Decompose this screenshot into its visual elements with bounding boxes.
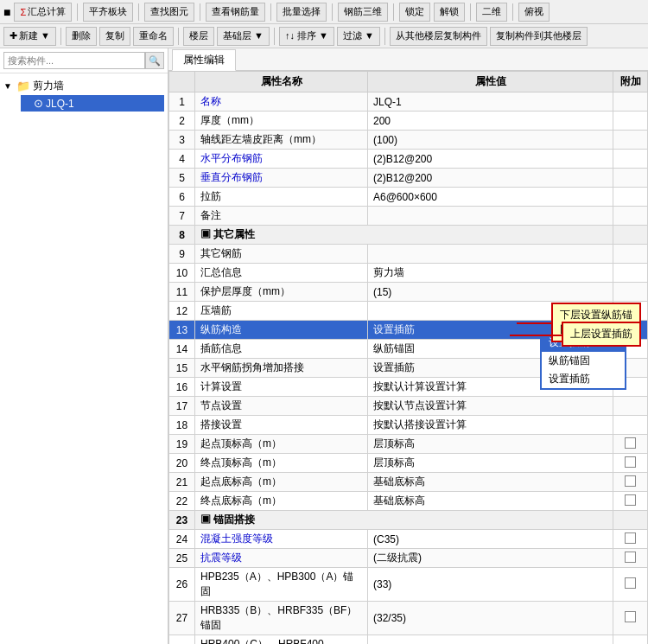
toolbar-view-rebar[interactable]: 查看钢筋量 bbox=[206, 3, 265, 22]
row-add[interactable] bbox=[613, 435, 648, 454]
row-prop-name: 拉筋 bbox=[195, 188, 368, 207]
tree-root-item[interactable]: ▼ 📁 剪力墙 bbox=[3, 77, 164, 95]
row-prop-name: 纵筋构造 bbox=[195, 321, 368, 340]
toolbar-unlock[interactable]: 解锁 bbox=[434, 3, 465, 22]
row-prop-name: 汇总信息 bbox=[195, 264, 368, 283]
row-add bbox=[613, 397, 648, 416]
left-panel: 🔍 ▼ 📁 剪力墙 ⊙ JLQ-1 bbox=[0, 48, 168, 644]
row-prop-value: 基础底标高 bbox=[368, 473, 613, 492]
prop-checkbox[interactable] bbox=[625, 437, 636, 449]
prop-checkbox[interactable] bbox=[625, 456, 636, 468]
row-add[interactable] bbox=[613, 602, 648, 635]
tab-properties[interactable]: 属性编辑 bbox=[172, 49, 236, 71]
prop-name-text: 压墙筋 bbox=[200, 304, 232, 316]
row-num: 4 bbox=[169, 150, 195, 169]
row-num: 25 bbox=[169, 549, 195, 568]
toolbar-find[interactable]: 查找图元 bbox=[144, 3, 194, 22]
col-header-num bbox=[169, 72, 195, 92]
toolbar-rename[interactable]: 重命名 bbox=[133, 27, 174, 46]
row-add[interactable] bbox=[613, 568, 648, 602]
prop-name-link[interactable]: 名称 bbox=[200, 95, 221, 107]
prop-name-text: 水平钢筋拐角增加搭接 bbox=[200, 361, 304, 373]
search-input[interactable] bbox=[3, 52, 145, 69]
app-root: ■ Σ 汇总计算 平齐板块 查找图元 查看钢筋量 批量选择 钢筋三维 锁定 解锁… bbox=[0, 0, 648, 644]
row-prop-name: 节点设置 bbox=[195, 397, 368, 416]
row-prop-value bbox=[368, 207, 613, 226]
prop-checkbox[interactable] bbox=[625, 532, 636, 544]
toolbar-new[interactable]: ✚ 新建 ▼ bbox=[3, 27, 56, 46]
group-expand-icon: ▣ bbox=[200, 513, 211, 526]
toolbar-copy-from[interactable]: 从其他楼层复制构件 bbox=[390, 27, 487, 46]
prop-name-link[interactable]: 抗震等级 bbox=[200, 552, 242, 564]
row-add bbox=[613, 264, 648, 283]
toolbar-base-floor[interactable]: 基础层 ▼ bbox=[217, 27, 270, 46]
tree-child-jlq1[interactable]: ⊙ JLQ-1 bbox=[21, 95, 164, 112]
prop-name-link[interactable]: 水平分布钢筋 bbox=[200, 152, 263, 164]
prop-name-text: 轴线距左墙皮距离（mm） bbox=[200, 133, 321, 145]
toolbar-top-view[interactable]: 俯视 bbox=[518, 3, 550, 22]
row-prop-value: 基础底标高 bbox=[368, 492, 613, 511]
row-add[interactable] bbox=[613, 473, 648, 492]
row-num: 19 bbox=[169, 435, 195, 454]
row-num: 9 bbox=[169, 245, 195, 264]
row-add[interactable] bbox=[613, 530, 648, 549]
row-add[interactable] bbox=[613, 635, 648, 645]
dropdown-item-2[interactable]: 纵筋锚固 bbox=[542, 352, 625, 370]
prop-checkbox[interactable] bbox=[625, 552, 636, 563]
row-prop-name: 混凝土强度等级 bbox=[195, 530, 368, 549]
annotation-upper: 上层设置插筋 bbox=[562, 322, 641, 347]
row-prop-value: 层顶标高 bbox=[368, 435, 613, 454]
toolbar-rebar-3d[interactable]: 钢筋三维 bbox=[338, 3, 388, 22]
toolbar-copy-to[interactable]: 复制构件到其他楼层 bbox=[490, 27, 588, 46]
tree-root-label: 剪力墙 bbox=[33, 79, 64, 93]
prop-name-text: HPB235（A）、HPB300（A）锚固 bbox=[200, 571, 353, 597]
row-prop-name: 插筋信息 bbox=[195, 340, 368, 359]
prop-name-text: 备注 bbox=[200, 209, 221, 221]
prop-name-text: 搭接设置 bbox=[200, 418, 242, 430]
prop-checkbox[interactable] bbox=[625, 611, 636, 622]
toolbar-calc[interactable]: Σ 汇总计算 bbox=[14, 3, 72, 22]
toolbar-lock[interactable]: 锁定 bbox=[399, 3, 430, 22]
prop-name-link[interactable]: 垂直分布钢筋 bbox=[200, 171, 263, 183]
row-num: 15 bbox=[169, 359, 195, 378]
row-prop-name: 搭接设置 bbox=[195, 416, 368, 435]
toolbar-2d[interactable]: 二维 bbox=[476, 3, 507, 22]
row-add[interactable] bbox=[613, 454, 648, 473]
toolbar-floor[interactable]: 楼层 bbox=[183, 27, 214, 46]
row-add bbox=[613, 226, 648, 245]
tree-child-label: JLQ-1 bbox=[46, 98, 74, 110]
row-add bbox=[613, 112, 648, 131]
row-num: 23 bbox=[169, 511, 195, 530]
toolbar-delete[interactable]: 删除 bbox=[66, 27, 97, 46]
row-prop-value[interactable]: JLQ-1 bbox=[368, 92, 613, 112]
row-prop-name: 轴线距左墙皮距离（mm） bbox=[195, 131, 368, 150]
row-group-name: ▣ 其它属性 bbox=[195, 226, 613, 245]
prop-checkbox[interactable] bbox=[625, 577, 636, 589]
toolbar-filter[interactable]: 过滤 ▼ bbox=[337, 27, 380, 46]
row-prop-value[interactable]: (C35) bbox=[368, 530, 613, 549]
toolbar-batch-select[interactable]: 批量选择 bbox=[276, 3, 327, 22]
row-add[interactable] bbox=[613, 549, 648, 568]
row-add[interactable] bbox=[613, 492, 648, 511]
prop-name-text: 终点底标高（m） bbox=[200, 494, 282, 507]
toolbar-sort[interactable]: ↑↓ 排序 ▼ bbox=[279, 27, 334, 46]
prop-name-text: 拉筋 bbox=[200, 190, 221, 202]
row-prop-name: HRB335（B）、HRBF335（BF）锚固 bbox=[195, 602, 368, 635]
toolbar1: ■ Σ 汇总计算 平齐板块 查找图元 查看钢筋量 批量选择 钢筋三维 锁定 解锁… bbox=[0, 0, 648, 24]
row-prop-value: (33) bbox=[368, 568, 613, 602]
annotation-lower-line bbox=[517, 322, 551, 324]
row-add bbox=[613, 169, 648, 188]
tree-folder-icon: 📁 bbox=[16, 80, 30, 92]
dropdown-item-3[interactable]: 设置插筋 bbox=[542, 370, 625, 388]
prop-checkbox[interactable] bbox=[625, 475, 636, 487]
row-prop-value[interactable]: (2)B12@200 bbox=[368, 150, 613, 169]
toolbar-copy[interactable]: 复制 bbox=[99, 27, 130, 46]
toolbar-align[interactable]: 平齐板块 bbox=[83, 3, 133, 22]
row-prop-value[interactable]: (2)B12@200 bbox=[368, 169, 613, 188]
search-button[interactable]: 🔍 bbox=[145, 52, 164, 69]
prop-checkbox[interactable] bbox=[625, 494, 636, 506]
prop-name-text: 节点设置 bbox=[200, 399, 242, 411]
row-prop-value: 按默认节点设置计算 bbox=[368, 397, 613, 416]
prop-name-link[interactable]: 混凝土强度等级 bbox=[200, 532, 273, 545]
row-prop-value[interactable]: (二级抗震) bbox=[368, 549, 613, 568]
